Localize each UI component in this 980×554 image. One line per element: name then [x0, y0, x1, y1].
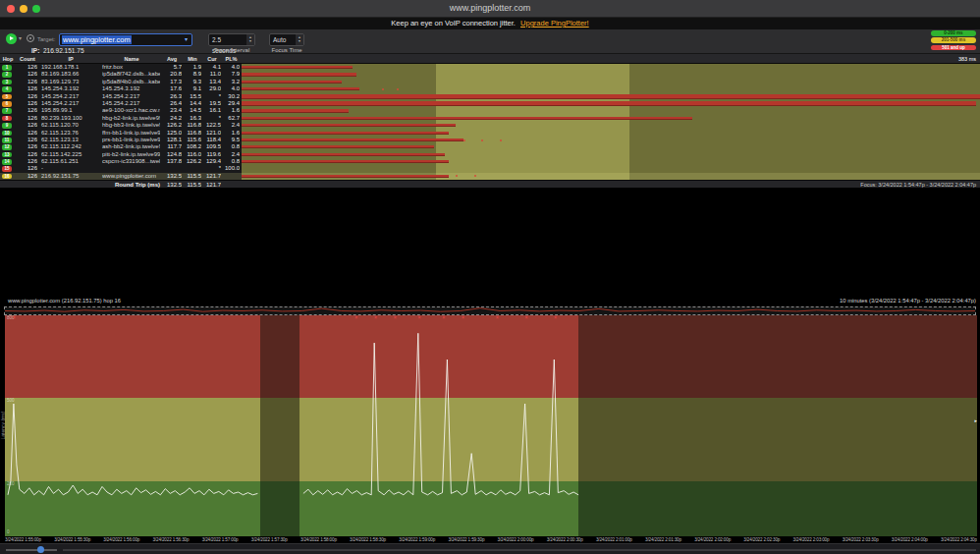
hop-row[interactable]: 1012662.115.123.76ffm-bb1-link.ip.twelve… — [0, 130, 980, 137]
hop-badge: 2 — [2, 72, 12, 78]
hop-count: 126 — [16, 137, 37, 143]
hop-row[interactable]: 6126145.254.2.217145.254.2.21726.414.419… — [0, 100, 980, 107]
hop-min: 8.9 — [183, 71, 201, 78]
hop-row[interactable]: 1312662.115.142.225pitt-b2-link.ip.twelv… — [0, 151, 980, 158]
hop-min: 116.8 — [183, 122, 201, 129]
spinner-icon[interactable]: ▲▼ — [296, 34, 303, 45]
target-input[interactable]: www.pingplotter.com ▾ — [59, 33, 192, 46]
zoom-slider-track[interactable] — [6, 549, 57, 551]
round-trip-cur: 121.7 — [202, 181, 221, 188]
hop-pl: 7.9 — [222, 71, 240, 78]
legend-badge: 0-200 ms — [931, 30, 976, 36]
hop-name: cspcm-ic331908...twelve99-cust.net — [102, 158, 160, 165]
hop-badge: 11 — [2, 138, 12, 143]
hop-count: 126 — [16, 107, 37, 114]
latency-bar — [242, 175, 449, 178]
hop-row[interactable]: 912662.115.120.70hbg-bb3-link.ip.twelve9… — [0, 122, 980, 129]
latency-bar — [242, 101, 976, 106]
focus-time-select[interactable]: Auto ▲▼ — [269, 33, 304, 46]
zoom-slider-knob[interactable] — [37, 546, 44, 553]
trace-interval-select[interactable]: 2.5 seconds ▲▼ — [208, 33, 255, 46]
latency-bar — [242, 145, 434, 148]
y-axis-tick: 0 — [7, 529, 10, 534]
overview-timeline[interactable] — [4, 306, 976, 315]
hop-row[interactable]: 15126-*100.0 — [0, 165, 980, 172]
hop-name: 145.254.2.217 — [102, 93, 160, 100]
titlebar: www.pingplotter.com — [0, 0, 980, 18]
toolbar: ▾ Target: www.pingplotter.com ▾ 2.5 seco… — [0, 29, 980, 54]
hop-min: 9.1 — [183, 85, 201, 92]
hop-ip: - — [41, 165, 100, 172]
hop-cur: 109.5 — [202, 143, 221, 150]
timeline-graph-header: www.pingplotter.com (216.92.151.75) hop … — [0, 298, 980, 305]
hop-badge: 8 — [2, 116, 12, 122]
col-name[interactable]: Name — [102, 54, 161, 64]
hop-row[interactable]: 7126195.89.99.1ae9-100-xcr1.hac.cw.net23… — [0, 107, 980, 114]
chevron-down-icon[interactable]: ▾ — [19, 34, 22, 41]
spinner-icon[interactable]: ▲▼ — [246, 34, 254, 45]
latency-bar — [242, 153, 445, 156]
packet-loss-mark-icon: × — [394, 315, 397, 320]
hop-row[interactable]: 812680.239.193.100hbg-b2-link.ip.twelve9… — [0, 115, 980, 122]
hop-min: 126.2 — [183, 158, 201, 165]
start-trace-button[interactable] — [6, 33, 17, 44]
hop-name: 145.254.3.192 — [102, 85, 160, 92]
promo-text: Keep an eye on VoIP connection jitter. — [391, 19, 516, 28]
current-value-marker-icon: ▸ — [974, 417, 977, 423]
hop-min: 115.5 — [183, 173, 201, 180]
hop-cur: 4.1 — [202, 64, 221, 71]
col-ip[interactable]: IP — [39, 54, 102, 64]
hop-latency-bar-cell — [242, 115, 980, 122]
col-count[interactable]: Count — [16, 54, 39, 64]
hop-ip: 195.89.99.1 — [41, 107, 100, 114]
hop-latency-bar-cell — [242, 93, 980, 100]
hop-latency-bar-cell — [242, 64, 980, 71]
hop-cur: 29.0 — [202, 85, 221, 92]
hop-cur: * — [202, 93, 221, 100]
overview-line — [5, 307, 975, 314]
hop-count: 126 — [16, 79, 37, 85]
round-trip-row: Round Trip (ms) 132.5 115.5 121.7 Focus:… — [0, 180, 980, 188]
col-cur[interactable]: Cur — [202, 54, 222, 64]
hop-latency-bar-cell — [242, 151, 980, 158]
hop-min: 15.5 — [183, 93, 201, 100]
hop-name: ash-bb2-link.ip.twelve99.net — [102, 143, 160, 150]
hop-cur: 11.0 — [202, 71, 221, 78]
packet-loss-mark-icon: × — [374, 315, 377, 320]
hop-count: 126 — [16, 122, 37, 129]
hop-row[interactable]: 5126145.254.2.217145.254.2.21726.315.5*3… — [0, 93, 980, 100]
latency-timeline-graph[interactable]: ▸ 8005002000×××××××××× — [5, 315, 977, 536]
hop-pl: 2.4 — [222, 151, 240, 158]
hop-row[interactable]: 4126145.254.3.192145.254.3.19217.69.129.… — [0, 85, 980, 92]
upgrade-link[interactable]: Upgrade PingPlotter! — [520, 19, 589, 28]
hop-row[interactable]: 1126192.168.178.1fritz.box5.71.94.14.0 — [0, 64, 980, 71]
hop-row[interactable]: 1212662.115.112.242ash-bb2-link.ip.twelv… — [0, 143, 980, 150]
hop-row[interactable]: 1112662.115.123.13prs-bb1-link.ip.twelve… — [0, 137, 980, 143]
hop-cur: 129.4 — [202, 158, 221, 165]
graph-title: www.pingplotter.com (216.92.151.75) hop … — [8, 298, 121, 304]
col-hop[interactable]: Hop — [0, 54, 16, 64]
hop-count: 126 — [16, 64, 37, 71]
round-trip-avg: 132.5 — [161, 181, 182, 188]
hop-pl: 4.0 — [222, 64, 240, 71]
hop-pl: 0.8 — [222, 143, 240, 150]
hop-latency-bar-cell — [242, 158, 980, 165]
latency-bar — [242, 160, 449, 163]
col-avg[interactable]: Avg — [161, 54, 183, 64]
timeline-scrollbar[interactable] — [63, 549, 976, 551]
hop-row[interactable]: 312683.169.129.73ip5da8f4b0.dslb...kabel… — [0, 79, 980, 85]
hop-min: 16.3 — [183, 115, 201, 122]
latency-line — [5, 315, 977, 536]
col-pl[interactable]: PL% — [222, 54, 241, 64]
hop-latency-bar-cell — [242, 85, 980, 92]
col-min[interactable]: Min — [183, 54, 202, 64]
play-icon — [10, 36, 14, 40]
hop-row[interactable]: 212683.169.183.66ip5da8f742.dslb...kabel… — [0, 71, 980, 78]
latency-dot — [463, 139, 465, 141]
packet-loss-mark-icon: × — [418, 315, 421, 320]
packet-loss-mark-icon: × — [525, 315, 528, 320]
target-dropdown-arrow-icon[interactable]: ▾ — [182, 34, 191, 45]
hop-row[interactable]: 1412662.115.61.251cspcm-ic331908...twelv… — [0, 158, 980, 165]
hop-row[interactable]: 16126216.92.151.75www.pingplotter.com132… — [0, 173, 980, 180]
hop-min: 108.2 — [183, 143, 201, 150]
